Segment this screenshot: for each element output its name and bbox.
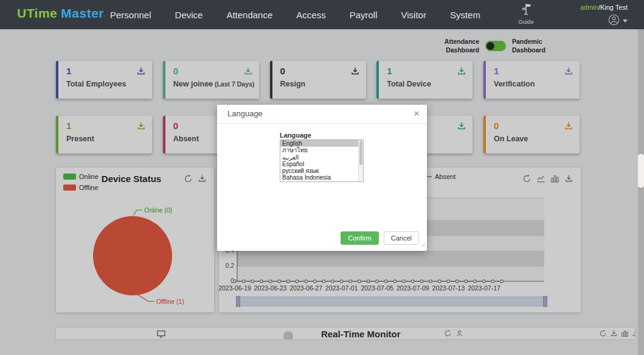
user-name: /King Test — [598, 4, 628, 11]
user-role: admin — [580, 4, 598, 11]
language-listbox[interactable]: EnglishภาษาไทยالعربيةEspañolрусский язык… — [280, 139, 364, 182]
modal-footer: Confirm Cancel — [341, 231, 419, 245]
language-option[interactable]: العربية — [280, 154, 363, 161]
logo-part2: Master — [61, 6, 104, 20]
page-scrollbar-thumb[interactable] — [638, 154, 644, 188]
language-field-label: Language — [280, 132, 311, 139]
menu-item-system[interactable]: System — [450, 10, 480, 20]
language-option[interactable]: Bahasa Indonesia — [280, 174, 363, 181]
resize-handle[interactable] — [421, 239, 426, 250]
language-option[interactable]: English — [280, 140, 363, 147]
chevron-down-icon — [623, 19, 628, 23]
language-modal: Language × Language Englishภาษาไทยالعربي… — [217, 105, 427, 251]
logo-part1: UTime — [17, 6, 57, 20]
main-menu: Personnel Device Attendance Access Payro… — [110, 0, 480, 29]
menu-item-attendance[interactable]: Attendance — [226, 10, 272, 20]
menu-item-device[interactable]: Device — [175, 10, 203, 20]
listbox-scrollbar-thumb[interactable] — [359, 141, 362, 165]
user-menu-dropdown[interactable] — [608, 14, 628, 28]
modal-title: Language — [227, 109, 263, 118]
guide-button[interactable]: Guide — [513, 2, 539, 25]
user-account-text: admin/King Test — [580, 4, 628, 11]
guide-label: Guide — [513, 18, 539, 25]
language-option[interactable]: русский язык — [280, 167, 363, 174]
guide-signpost-icon — [520, 8, 532, 18]
close-icon[interactable]: × — [414, 105, 420, 123]
menu-item-payroll[interactable]: Payroll — [350, 10, 378, 20]
language-option[interactable]: ภาษาไทย — [280, 147, 363, 153]
app-root: UTimeMaster Personnel Device Attendance … — [0, 0, 644, 355]
navbar: UTimeMaster Personnel Device Attendance … — [0, 0, 644, 29]
modal-header: Language × — [217, 105, 427, 124]
app-logo[interactable]: UTimeMaster — [17, 6, 104, 21]
user-avatar-icon — [608, 14, 620, 28]
menu-item-personnel[interactable]: Personnel — [110, 10, 151, 20]
confirm-button[interactable]: Confirm — [341, 231, 379, 245]
cancel-button[interactable]: Cancel — [384, 231, 419, 245]
listbox-scrollbar[interactable] — [358, 140, 363, 181]
menu-item-visitor[interactable]: Visitor — [401, 10, 426, 20]
language-option[interactable]: Español — [280, 161, 363, 167]
menu-item-access[interactable]: Access — [296, 10, 325, 20]
